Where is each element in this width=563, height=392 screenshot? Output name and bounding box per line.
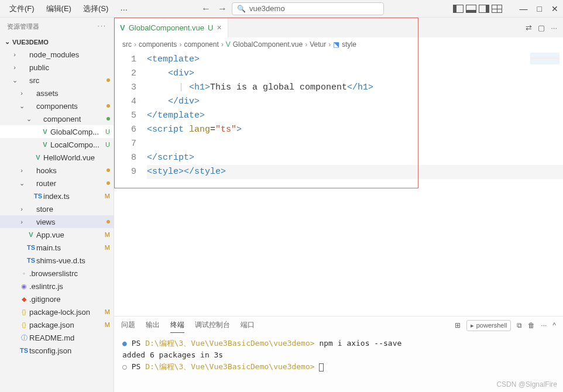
- close-icon[interactable]: ✕: [551, 4, 558, 13]
- tab-close-icon[interactable]: ×: [217, 23, 221, 32]
- tree-item[interactable]: ⌄router: [0, 177, 114, 190]
- tree-item[interactable]: ⌄src: [0, 74, 114, 87]
- tree-item[interactable]: TSindex.tsM: [0, 190, 114, 202]
- line-gutter: 123456789: [114, 51, 147, 316]
- tree-item-label: views: [36, 218, 107, 226]
- terminal-output[interactable]: ● PS D:\编程\3、Vue\Vue3BasicDemo\vue3demo>…: [114, 334, 563, 392]
- tree-item-label: assets: [36, 89, 110, 98]
- minimize-icon[interactable]: —: [520, 4, 528, 13]
- crumb-src[interactable]: src: [122, 40, 132, 49]
- kill-terminal-icon[interactable]: 🗑: [528, 321, 535, 329]
- explorer-more-icon[interactable]: ···: [98, 22, 107, 31]
- search-icon: 🔍: [237, 5, 246, 13]
- panel-tab[interactable]: 输出: [146, 318, 160, 333]
- tree-item[interactable]: VGlobalComp...U: [0, 125, 114, 138]
- tree-item[interactable]: ›node_modules: [0, 48, 114, 61]
- tree-item[interactable]: VLocalCompo...U: [0, 138, 114, 151]
- panel-tab[interactable]: 终端: [170, 318, 184, 333]
- tree-item-label: tsconfig.json: [29, 346, 110, 355]
- modified-dot-icon: [107, 169, 110, 172]
- tree-item[interactable]: ›assets: [0, 87, 114, 99]
- minimap[interactable]: [530, 53, 559, 76]
- maximize-panel-icon[interactable]: ^: [552, 321, 556, 329]
- command-center[interactable]: 🔍 vue3demo: [232, 2, 384, 15]
- tree-item[interactable]: ›hooks: [0, 164, 114, 177]
- tree-item[interactable]: TStsconfig.json: [0, 344, 114, 357]
- breadcrumb[interactable]: src› components› component› V GlobalComp…: [114, 37, 563, 51]
- git-status: M: [102, 192, 110, 200]
- crumb-component[interactable]: component: [184, 40, 218, 49]
- customize-layout-icon[interactable]: [492, 5, 502, 13]
- search-text: vue3demo: [249, 4, 285, 13]
- crumb-style[interactable]: ⬔ style: [333, 40, 356, 49]
- tree-item-label: components: [36, 102, 107, 111]
- chevron-icon: ⌄: [18, 102, 26, 110]
- project-header[interactable]: ⌄ VUE3DEMO: [0, 36, 114, 48]
- explorer-sidebar: 资源管理器 ··· ⌄ VUE3DEMO ›node_modules›publi…: [0, 18, 114, 392]
- split-editor-icon[interactable]: ▢: [538, 23, 545, 32]
- file-icon: TS: [26, 257, 36, 264]
- tree-item[interactable]: {}package.jsonM: [0, 318, 114, 331]
- menu-edit[interactable]: 编辑(E): [42, 1, 76, 16]
- tree-item-label: App.vue: [36, 231, 102, 239]
- panel-tab[interactable]: 问题: [121, 318, 135, 333]
- modified-dot-icon: [107, 117, 110, 121]
- panel-tab[interactable]: 调试控制台: [195, 318, 230, 333]
- tree-item[interactable]: ›store: [0, 202, 114, 215]
- chevron-icon: ›: [18, 90, 26, 97]
- tree-item[interactable]: ⓘREADME.md: [0, 331, 114, 344]
- file-icon: ◦: [19, 270, 29, 277]
- panel-icon[interactable]: ⊞: [455, 321, 461, 329]
- tree-item[interactable]: ⌄components: [0, 99, 114, 112]
- tree-item[interactable]: TSmain.tsM: [0, 241, 114, 254]
- vue-icon: V: [120, 23, 125, 32]
- tree-item[interactable]: ›public: [0, 61, 114, 74]
- terminal-shell-selector[interactable]: ▸powershell: [466, 320, 511, 331]
- file-icon: ◆: [19, 295, 29, 303]
- tree-item-label: HelloWorld.vue: [43, 153, 110, 162]
- chevron-down-icon: ⌄: [5, 38, 10, 46]
- toggle-secondary-sidebar-icon[interactable]: [479, 5, 489, 13]
- tree-item[interactable]: ◦.browserslistrc: [0, 267, 114, 280]
- crumb-vetur[interactable]: Vetur: [310, 40, 326, 49]
- chevron-icon: ›: [18, 205, 26, 212]
- toggle-panel-icon[interactable]: [466, 5, 476, 13]
- file-icon: {}: [19, 308, 29, 315]
- tree-item-label: src: [29, 76, 107, 85]
- toggle-primary-sidebar-icon[interactable]: [453, 5, 464, 13]
- tab-globalcomponent[interactable]: V GlobalComponent.vue U ×: [114, 18, 228, 37]
- split-terminal-icon[interactable]: ⧉: [517, 321, 522, 329]
- panel-tab[interactable]: 端口: [241, 318, 255, 333]
- file-tree: ›node_modules›public⌄src›assets⌄componen…: [0, 48, 114, 357]
- tree-item[interactable]: ›views: [0, 215, 114, 228]
- layout-controls: [453, 5, 502, 13]
- tree-item[interactable]: VHelloWorld.vue: [0, 151, 114, 164]
- tree-item[interactable]: ◆.gitignore: [0, 293, 114, 305]
- modified-dot-icon: [107, 220, 110, 223]
- crumb-components[interactable]: components: [139, 40, 177, 49]
- compare-changes-icon[interactable]: ⇄: [526, 23, 532, 32]
- tree-item[interactable]: VApp.vueM: [0, 228, 114, 241]
- more-actions-icon[interactable]: ···: [551, 23, 557, 32]
- panel-more-icon[interactable]: ···: [541, 321, 547, 329]
- tree-item[interactable]: {}package-lock.jsonM: [0, 305, 114, 318]
- menu-select[interactable]: 选择(S): [78, 1, 113, 16]
- tree-item-label: main.ts: [36, 243, 102, 252]
- nav-forward-icon[interactable]: →: [218, 4, 227, 14]
- tree-item-label: LocalCompo...: [50, 140, 102, 149]
- git-status: U: [102, 141, 110, 148]
- maximize-icon[interactable]: □: [537, 4, 542, 13]
- tree-item[interactable]: ⌄component: [0, 112, 114, 125]
- file-icon: TS: [33, 192, 43, 200]
- explorer-title-label: 资源管理器: [7, 22, 39, 31]
- nav-back-icon[interactable]: ←: [201, 4, 211, 14]
- code-content[interactable]: <template> <div> | <h1>This is a global …: [147, 51, 563, 316]
- code-editor[interactable]: 123456789 <template> <div> | <h1>This is…: [114, 51, 563, 316]
- menu-more[interactable]: …: [115, 1, 132, 16]
- tree-item-label: public: [29, 63, 110, 72]
- menu-file[interactable]: 文件(F): [5, 1, 39, 16]
- tree-item[interactable]: TSshims-vue.d.ts: [0, 254, 114, 267]
- chevron-icon: ⌄: [18, 180, 26, 187]
- crumb-file[interactable]: V GlobalComponent.vue: [226, 40, 303, 49]
- tree-item[interactable]: ◉.eslintrc.js: [0, 280, 114, 293]
